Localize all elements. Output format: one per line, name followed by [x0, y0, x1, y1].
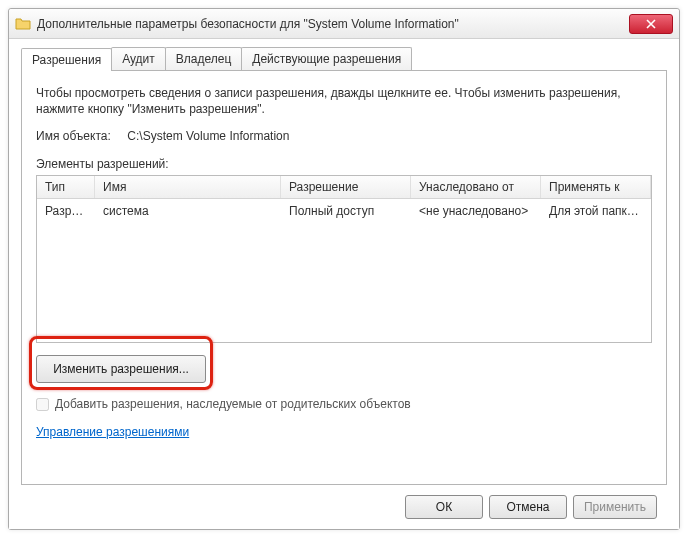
inherit-checkbox-label: Добавить разрешения, наследуемые от роди…	[55, 397, 411, 411]
cell-apply: Для этой папки, ее под...	[541, 202, 651, 220]
cell-type: Разреш...	[37, 202, 95, 220]
col-apply[interactable]: Применять к	[541, 176, 651, 198]
tab-audit[interactable]: Аудит	[111, 47, 166, 70]
info-text: Чтобы просмотреть сведения о записи разр…	[36, 85, 652, 117]
tab-effective[interactable]: Действующие разрешения	[241, 47, 412, 70]
cell-inherited: <не унаследовано>	[411, 202, 541, 220]
change-permissions-button[interactable]: Изменить разрешения...	[36, 355, 206, 383]
cancel-button[interactable]: Отмена	[489, 495, 567, 519]
close-button[interactable]	[629, 14, 673, 34]
inherit-checkbox-row[interactable]: Добавить разрешения, наследуемые от роди…	[36, 397, 652, 411]
inherit-checkbox[interactable]	[36, 398, 49, 411]
dialog-window: Дополнительные параметры безопасности дл…	[8, 8, 680, 530]
permission-elements-label: Элементы разрешений:	[36, 157, 652, 171]
tab-permissions[interactable]: Разрешения	[21, 48, 112, 71]
col-permission[interactable]: Разрешение	[281, 176, 411, 198]
object-name-row: Имя объекта: C:\System Volume Informatio…	[36, 129, 652, 143]
table-row[interactable]: Разреш... система Полный доступ <не унас…	[37, 199, 651, 223]
object-name-label: Имя объекта:	[36, 129, 124, 143]
window-title: Дополнительные параметры безопасности дл…	[37, 17, 629, 31]
tab-strip: Разрешения Аудит Владелец Действующие ра…	[21, 47, 667, 70]
tab-owner[interactable]: Владелец	[165, 47, 243, 70]
folder-icon	[15, 16, 31, 32]
ok-button[interactable]: ОК	[405, 495, 483, 519]
title-bar: Дополнительные параметры безопасности дл…	[9, 9, 679, 39]
tab-panel-permissions: Чтобы просмотреть сведения о записи разр…	[21, 70, 667, 485]
object-name-value: C:\System Volume Information	[127, 129, 289, 143]
manage-permissions-link[interactable]: Управление разрешениями	[36, 425, 189, 439]
permissions-grid[interactable]: Тип Имя Разрешение Унаследовано от Приме…	[36, 175, 652, 343]
col-name[interactable]: Имя	[95, 176, 281, 198]
col-type[interactable]: Тип	[37, 176, 95, 198]
dialog-buttons: ОК Отмена Применить	[21, 485, 667, 519]
cell-permission: Полный доступ	[281, 202, 411, 220]
cell-name: система	[95, 202, 281, 220]
grid-header: Тип Имя Разрешение Унаследовано от Приме…	[37, 176, 651, 199]
col-inherited[interactable]: Унаследовано от	[411, 176, 541, 198]
apply-button[interactable]: Применить	[573, 495, 657, 519]
client-area: Разрешения Аудит Владелец Действующие ра…	[9, 39, 679, 529]
